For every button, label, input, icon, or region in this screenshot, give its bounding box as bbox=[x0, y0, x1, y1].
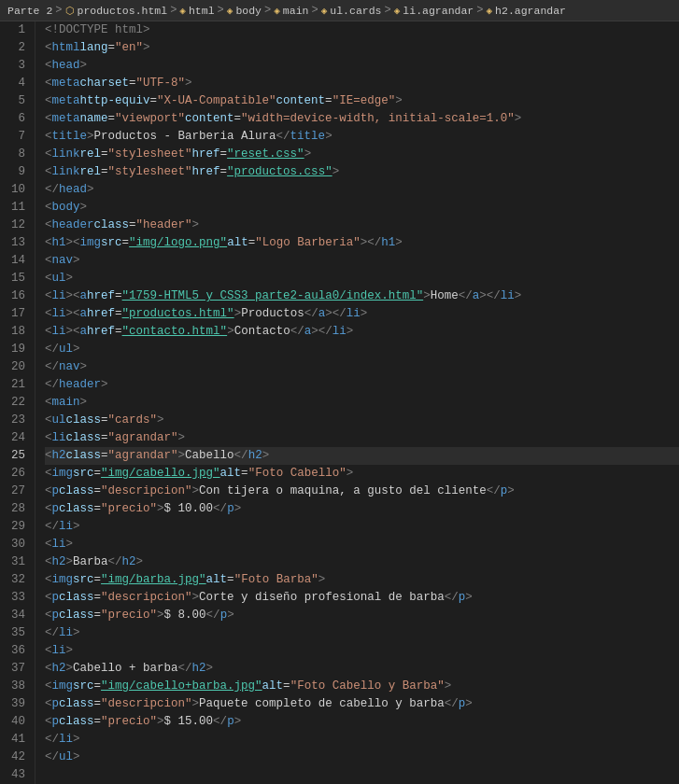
code-line-34: <p class="precio">$ 8.00</p> bbox=[45, 607, 679, 624]
sep-7: > bbox=[476, 4, 483, 17]
sep-5: > bbox=[311, 4, 318, 17]
code-line-25: <h2 class="agrandar">Cabello</h2> bbox=[45, 447, 679, 465]
code-line-9: <link rel="stylesheet" href="productos.c… bbox=[45, 163, 679, 181]
code-line-43 bbox=[45, 766, 679, 784]
code-line-35: </li> bbox=[45, 624, 679, 642]
code-line-32: <img src="img/barba.jpg" alt="Foto Barba… bbox=[45, 571, 679, 589]
code-line-29: </li> bbox=[45, 518, 679, 536]
breadcrumb-parte2[interactable]: Parte 2 bbox=[7, 5, 52, 17]
code-line-36: <li> bbox=[45, 642, 679, 660]
code-line-31: <h2>Barba</h2> bbox=[45, 553, 679, 571]
tag-icon-2: ◈ bbox=[227, 5, 233, 17]
code-line-19: </ul> bbox=[45, 341, 679, 358]
code-line-21: </header> bbox=[45, 376, 679, 394]
code-line-28: <p class="precio">$ 10.00</p> bbox=[45, 500, 679, 518]
code-content[interactable]: <!DOCTYPE html> <html lang="en"> <head> … bbox=[35, 21, 679, 784]
code-line-11: <body> bbox=[45, 199, 679, 217]
code-line-16: <li><a href="1759-HTML5 y CSS3 parte2-au… bbox=[45, 287, 679, 305]
breadcrumb-html[interactable]: html bbox=[189, 5, 215, 17]
breadcrumb-h2-agrandar[interactable]: h2.agrandar bbox=[495, 5, 566, 17]
tag-icon-1: ◈ bbox=[179, 5, 186, 17]
code-line-7: <title>Productos - Barberia Alura</title… bbox=[45, 128, 679, 146]
code-line-12: <header class="header"> bbox=[45, 217, 679, 234]
code-line-42: </ul> bbox=[45, 749, 679, 766]
code-line-17: <li><a href="productos.html">Productos</… bbox=[45, 305, 679, 323]
tag-icon-3: ◈ bbox=[274, 5, 280, 17]
tag-icon-6: ◈ bbox=[486, 5, 492, 17]
code-line-13: <h1><img src="img/logo.png" alt="Logo Ba… bbox=[45, 234, 679, 252]
code-line-10: </head> bbox=[45, 181, 679, 199]
sep-6: > bbox=[385, 4, 391, 17]
tag-icon-5: ◈ bbox=[394, 5, 401, 17]
tag-icon-4: ◈ bbox=[321, 5, 328, 17]
breadcrumb-main[interactable]: main bbox=[283, 5, 309, 17]
code-line-22: <main> bbox=[45, 394, 679, 412]
line-numbers: 1 2 3 4 5 6 7 8 9 10 11 12 13 14 15 16 1… bbox=[0, 21, 35, 784]
code-line-5: <meta http-equiv="X-UA-Compatible" conte… bbox=[45, 92, 679, 110]
code-line-23: <ul class="cards"> bbox=[45, 412, 679, 429]
code-line-2: <html lang="en"> bbox=[45, 39, 679, 57]
breadcrumb-ul-cards[interactable]: ul.cards bbox=[330, 5, 381, 17]
code-line-6: <meta name="viewport" content="width=dev… bbox=[45, 110, 679, 128]
editor: 1 2 3 4 5 6 7 8 9 10 11 12 13 14 15 16 1… bbox=[0, 21, 679, 784]
breadcrumb-li-agrandar[interactable]: li.agrandar bbox=[403, 5, 474, 17]
file-icon: ⬡ bbox=[65, 5, 75, 17]
code-line-15: <ul> bbox=[45, 270, 679, 287]
code-line-8: <link rel="stylesheet" href="reset.css"> bbox=[45, 146, 679, 163]
sep-3: > bbox=[218, 4, 224, 17]
code-line-33: <p class="descripcion">Corte y diseño pr… bbox=[45, 589, 679, 607]
code-line-4: <meta charset="UTF-8"> bbox=[45, 75, 679, 92]
code-line-30: <li> bbox=[45, 536, 679, 553]
code-line-1: <!DOCTYPE html> bbox=[45, 21, 679, 39]
code-line-14: <nav> bbox=[45, 252, 679, 270]
breadcrumb: Parte 2 > ⬡ productos.html > ◈ html > ◈ … bbox=[0, 0, 679, 21]
code-line-39: <p class="descripcion">Paquete completo … bbox=[45, 695, 679, 713]
code-line-41: </li> bbox=[45, 731, 679, 749]
sep-1: > bbox=[55, 4, 62, 17]
code-line-24: <li class="agrandar"> bbox=[45, 429, 679, 447]
code-line-37: <h2>Cabello + barba</h2> bbox=[45, 660, 679, 678]
code-line-20: </nav> bbox=[45, 358, 679, 376]
code-line-26: <img src="img/cabello.jpg" alt="Foto Cab… bbox=[45, 465, 679, 483]
sep-2: > bbox=[170, 4, 177, 17]
code-line-27: <p class="descripcion">Con tijera o maqu… bbox=[45, 483, 679, 500]
breadcrumb-body[interactable]: body bbox=[235, 5, 262, 17]
sep-4: > bbox=[264, 4, 271, 17]
code-line-3: <head> bbox=[45, 57, 679, 75]
breadcrumb-productos-html[interactable]: productos.html bbox=[78, 5, 168, 17]
code-line-18: <li><a href="contacto.html">Contacto</a>… bbox=[45, 323, 679, 341]
code-line-38: <img src="img/cabello+barba.jpg" alt="Fo… bbox=[45, 678, 679, 695]
code-line-40: <p class="precio">$ 15.00</p> bbox=[45, 713, 679, 731]
